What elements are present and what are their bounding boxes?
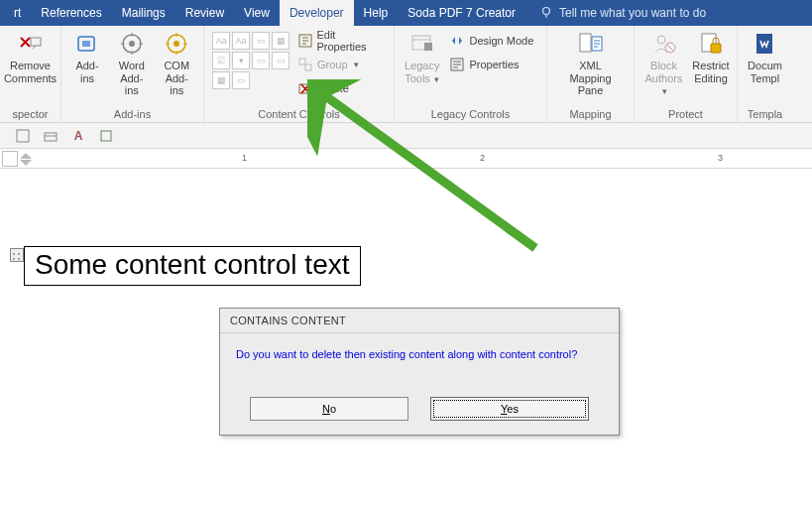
xml-mapping-icon [577, 30, 605, 58]
ribbon-tabs: rt References Mailings Review View Devel… [0, 0, 812, 26]
cc-plain-text-icon: Aa [232, 32, 250, 50]
svg-rect-3 [82, 41, 90, 47]
cc-picture-icon: ▭ [252, 32, 270, 50]
document-template-icon [752, 30, 779, 58]
svg-rect-13 [424, 43, 432, 51]
group-label-protect: Protect [638, 107, 733, 122]
svg-point-7 [174, 41, 179, 47]
group-button[interactable]: Group▾ [295, 54, 388, 75]
dialog-no-button[interactable]: No [250, 397, 408, 421]
tab-mailings[interactable]: Mailings [112, 0, 175, 26]
cc-rich-text-icon: Aa [212, 32, 230, 50]
cc-combo-icon: ▾ [232, 52, 250, 69]
cc-legacy-icon: ▭ [232, 71, 250, 89]
content-control-text[interactable]: Some content control text [24, 246, 361, 286]
tell-me-label: Tell me what you want to do [559, 6, 706, 20]
tab-view[interactable]: View [234, 0, 280, 26]
svg-point-28 [18, 258, 20, 260]
remove-comments-icon [17, 30, 45, 58]
tab-soda-pdf[interactable]: Soda PDF 7 Creator [398, 0, 525, 26]
svg-point-26 [18, 253, 20, 255]
chevron-down-icon: ▾ [660, 86, 667, 96]
cc-checkbox-icon: ☑ [212, 52, 230, 69]
sec-btn-1[interactable] [14, 127, 32, 145]
cc-date-icon: ▭ [272, 52, 290, 69]
restrict-editing-icon [697, 30, 725, 58]
svg-rect-9 [299, 59, 305, 64]
chevron-down-icon: ▾ [352, 60, 359, 69]
ruler[interactable]: 1 2 3 [0, 149, 812, 169]
svg-rect-24 [101, 131, 111, 141]
svg-rect-1 [31, 38, 41, 46]
block-authors-icon [650, 30, 678, 58]
group-label-content-controls: Content Controls [208, 107, 390, 122]
ruler-mark-1: 1 [242, 153, 247, 163]
group-label-spector: spector [4, 107, 57, 122]
dialog-yes-button[interactable]: Yes [430, 397, 589, 421]
svg-rect-23 [45, 133, 57, 141]
cc-dropdown-icon: ▭ [252, 52, 270, 69]
ruler-mark-3: 3 [718, 153, 723, 163]
delete-button[interactable]: Delete [295, 77, 388, 99]
svg-rect-10 [305, 64, 311, 70]
document-area[interactable]: Some content control text CONTAINS CONTE… [0, 169, 812, 507]
svg-point-27 [13, 258, 15, 260]
block-authors-button[interactable]: Block Authors ▾ [638, 28, 689, 97]
delete-icon [297, 80, 313, 96]
content-control-handle[interactable] [10, 248, 24, 262]
content-control-gallery: Aa Aa ▭ ▦ ☑ ▾ ▭ ▭ ▦ ▭ [208, 28, 293, 89]
sec-btn-a[interactable]: A [69, 127, 87, 145]
properties-icon [449, 57, 465, 72]
tab-help[interactable]: Help [354, 0, 399, 26]
chevron-down-icon: ▾ [430, 74, 440, 84]
secondary-toolbar: A [0, 123, 812, 149]
word-addins-icon [118, 30, 146, 58]
svg-point-17 [657, 36, 665, 44]
sec-btn-4[interactable] [97, 127, 115, 145]
tab-selector[interactable] [2, 151, 18, 167]
group-icon [297, 57, 313, 72]
svg-rect-15 [580, 34, 591, 52]
com-addins-icon [163, 30, 190, 58]
word-addins-button[interactable]: Word Add-ins [109, 28, 155, 97]
xml-mapping-pane-button[interactable]: XML Mapping Pane [551, 28, 630, 97]
tab-references[interactable]: References [31, 0, 111, 26]
dialog-title: CONTAINS CONTENT [220, 309, 619, 333]
edit-properties-button[interactable]: Edit Properties [295, 30, 388, 52]
group-label-legacy-controls: Legacy Controls [399, 107, 542, 122]
addins-button[interactable]: Add- ins [65, 28, 109, 84]
cc-repeat-icon: ▦ [212, 71, 230, 89]
confirm-dialog: CONTAINS CONTENT Do you want to delete t… [219, 308, 620, 436]
legacy-tools-button[interactable]: Legacy Tools ▾ [399, 28, 445, 84]
dialog-message: Do you want to delete then existing cont… [220, 333, 619, 391]
ribbon: Remove Comments spector Add- ins Word Ad… [0, 26, 812, 123]
group-label-mapping: Mapping [551, 107, 630, 122]
design-mode-icon [449, 33, 465, 49]
tab-review[interactable]: Review [175, 0, 234, 26]
ruler-mark-2: 2 [480, 153, 485, 163]
svg-rect-20 [711, 44, 721, 53]
svg-point-5 [129, 41, 135, 47]
legacy-tools-icon [408, 30, 436, 58]
svg-point-25 [13, 253, 15, 255]
remove-comments-button[interactable]: Remove Comments [4, 28, 57, 84]
sec-btn-2[interactable] [42, 127, 59, 145]
tab-developer[interactable]: Developer [280, 0, 354, 26]
indent-marker-icon[interactable] [18, 151, 34, 167]
cc-building-block-icon: ▦ [272, 32, 290, 50]
addins-icon [73, 30, 101, 58]
edit-properties-icon [297, 33, 312, 49]
properties-button[interactable]: Properties [447, 54, 535, 75]
lightbulb-icon [539, 5, 553, 22]
tell-me-search[interactable]: Tell me what you want to do [525, 0, 706, 26]
svg-rect-22 [17, 130, 29, 142]
com-addins-button[interactable]: COM Add-ins [155, 28, 200, 97]
restrict-editing-button[interactable]: Restrict Editing [689, 28, 733, 84]
tab-rt[interactable]: rt [4, 0, 31, 26]
group-label-template: Templa [742, 107, 788, 122]
document-template-button[interactable]: Docum Templ [742, 28, 788, 84]
group-label-addins: Add-ins [65, 107, 199, 122]
svg-point-0 [543, 7, 550, 14]
design-mode-button[interactable]: Design Mode [447, 30, 535, 52]
